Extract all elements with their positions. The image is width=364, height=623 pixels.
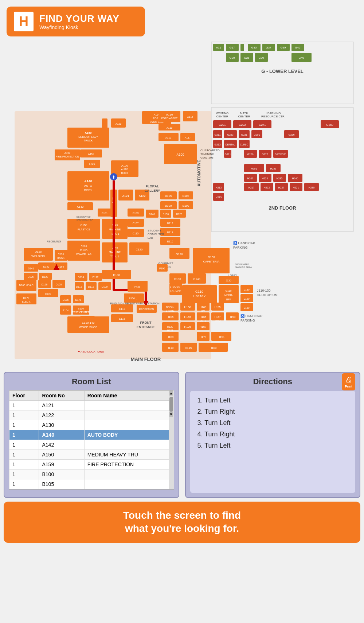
- svg-text:A117: A117: [185, 136, 191, 139]
- svg-text:H222: H222: [264, 186, 270, 189]
- svg-text:PLASTICS: PLASTICS: [78, 228, 90, 231]
- svg-text:A115: A115: [187, 116, 193, 118]
- svg-text:G221: G221: [219, 123, 226, 126]
- svg-text:LOUNGE: LOUNGE: [170, 290, 181, 292]
- svg-text:FORD ASSET: FORD ASSET: [161, 117, 178, 120]
- svg-text:MEDIUM HEAVY: MEDIUM HEAVY: [78, 136, 98, 138]
- svg-text:C115: C115: [133, 232, 139, 235]
- direction-step-2: 2. Turn Right: [197, 408, 348, 416]
- svg-text:D175: D175: [63, 299, 69, 301]
- svg-text:FRONT: FRONT: [140, 321, 152, 324]
- svg-text:G40: G40: [298, 56, 304, 59]
- svg-text:H160: H160: [199, 305, 207, 309]
- svg-text:H167: H167: [215, 316, 221, 318]
- svg-text:A142: A142: [77, 205, 84, 209]
- room-list-title: Room List: [9, 377, 174, 386]
- svg-text:MATH: MATH: [240, 112, 248, 115]
- svg-text:H109: H109: [167, 335, 174, 339]
- svg-text:MACHINE: MACHINE: [109, 251, 121, 253]
- svg-text:G277: G277: [262, 153, 268, 156]
- map-area[interactable]: A11 G17 G35 G37 G39 G45 G20 G25 G30 G40 …: [4, 40, 360, 368]
- svg-text:G231: G231: [241, 133, 247, 136]
- svg-text:SRV.: SRV.: [226, 298, 231, 301]
- svg-text:H217: H217: [248, 186, 255, 189]
- svg-text:TECH.: TECH.: [121, 172, 129, 174]
- svg-text:A149: A149: [89, 163, 95, 166]
- direction-step-3: 3. Turn Left: [197, 419, 348, 427]
- svg-text:H240: H240: [292, 177, 298, 180]
- table-row[interactable]: 1A121: [9, 401, 174, 410]
- svg-text:ELECT.: ELECT.: [22, 300, 31, 303]
- room-table: Floor Room No Room Name 1A1211A1221A1301…: [9, 390, 174, 489]
- svg-text:H170: H170: [199, 335, 207, 339]
- svg-text:D150: D150: [56, 283, 62, 286]
- svg-text:H191: H191: [218, 335, 225, 339]
- svg-text:H165: H165: [199, 315, 207, 319]
- direction-step-4: 4. Turn Right: [197, 431, 348, 438]
- svg-text:B105: B105: [165, 194, 172, 198]
- svg-text:C150: C150: [80, 223, 87, 227]
- svg-text:CENTER: CENTER: [238, 115, 250, 118]
- app-subtitle: Wayfinding Kiosk: [39, 24, 120, 30]
- svg-text:TOOL 1: TOOL 1: [110, 233, 120, 235]
- svg-text:G25: G25: [244, 56, 250, 59]
- svg-text:H120: H120: [167, 326, 173, 328]
- svg-text:G110: G110: [195, 290, 203, 293]
- svg-text:H125: H125: [184, 325, 191, 328]
- svg-text:♿ HANDICAP: ♿ HANDICAP: [233, 241, 255, 245]
- svg-text:B113: B113: [167, 222, 173, 225]
- print-button[interactable]: 🖨 Print: [342, 373, 355, 390]
- svg-text:C170: C170: [58, 253, 64, 256]
- table-row[interactable]: 1A142: [9, 440, 174, 450]
- table-row[interactable]: 1A140AUTO BODY: [9, 430, 174, 440]
- svg-text:B107: B107: [183, 194, 189, 198]
- print-label: Print: [345, 385, 352, 388]
- svg-text:A11: A11: [216, 46, 222, 49]
- svg-text:RESOURCE CTR.: RESOURCE CTR.: [261, 115, 285, 118]
- svg-text:ENTRANCE: ENTRANCE: [137, 325, 155, 329]
- table-row[interactable]: 1B100: [9, 470, 174, 479]
- touch-cta-banner[interactable]: Touch the screen to find what you're loo…: [4, 502, 360, 543]
- scroll-down-arrow[interactable]: ▼: [169, 412, 173, 417]
- svg-text:FIRE PROTECTION: FIRE PROTECTION: [56, 155, 79, 158]
- table-row[interactable]: 1A159FIRE PROTECTION: [9, 460, 174, 470]
- svg-text:G251: G251: [254, 133, 260, 136]
- svg-text:D152: D152: [45, 292, 51, 295]
- svg-text:D160 H.VAC: D160 H.VAC: [19, 284, 34, 287]
- svg-rect-281: [182, 285, 217, 303]
- svg-text:FLUID: FLUID: [80, 249, 87, 252]
- svg-text:MAIN FLOOR: MAIN FLOOR: [131, 357, 161, 362]
- svg-text:FLORAL: FLORAL: [146, 184, 159, 188]
- table-row[interactable]: 1B105: [9, 479, 174, 489]
- scrollbar[interactable]: ▲ ▼: [169, 390, 174, 489]
- table-row[interactable]: 1A130: [9, 420, 174, 430]
- svg-text:G209: G209: [247, 153, 253, 156]
- svg-text:D109: D109: [102, 285, 108, 288]
- svg-text:G115: G115: [225, 289, 231, 292]
- svg-rect-6: [240, 44, 244, 51]
- directions-panel: Directions 🖨 Print 1. Turn Left2. Turn R…: [185, 372, 361, 498]
- svg-text:H115: H115: [185, 346, 192, 350]
- svg-text:H157: H157: [199, 325, 207, 328]
- svg-text:SMOKING AREA: SMOKING AREA: [77, 219, 93, 221]
- svg-text:H110: H110: [167, 346, 174, 350]
- table-row[interactable]: 1A122: [9, 410, 174, 420]
- room-list-panel: Room List Floor Room No Room Name 1A1211…: [4, 372, 179, 498]
- svg-text:G222: G222: [239, 123, 246, 126]
- scroll-up-arrow[interactable]: ▲: [169, 390, 173, 396]
- svg-text:E113: E113: [119, 308, 125, 310]
- svg-text:AUTOMOTIVE: AUTOMOTIVE: [197, 160, 201, 186]
- svg-text:B109: B109: [183, 204, 189, 207]
- svg-text:LEARNING: LEARNING: [266, 112, 281, 115]
- svg-text:C103: C103: [133, 212, 139, 214]
- svg-text:H121: H121: [167, 329, 173, 332]
- svg-text:G260: G260: [326, 123, 333, 126]
- svg-text:D170: D170: [23, 297, 30, 299]
- svg-text:B111: B111: [167, 231, 173, 234]
- svg-text:H150: H150: [184, 305, 191, 309]
- svg-text:G17: G17: [229, 46, 235, 49]
- svg-text:G223: G223: [227, 133, 233, 136]
- scrollbar-thumb[interactable]: [169, 397, 173, 412]
- table-row[interactable]: 1A150MEDIUM HEAVY TRU: [9, 450, 174, 460]
- svg-text:D141: D141: [28, 267, 34, 270]
